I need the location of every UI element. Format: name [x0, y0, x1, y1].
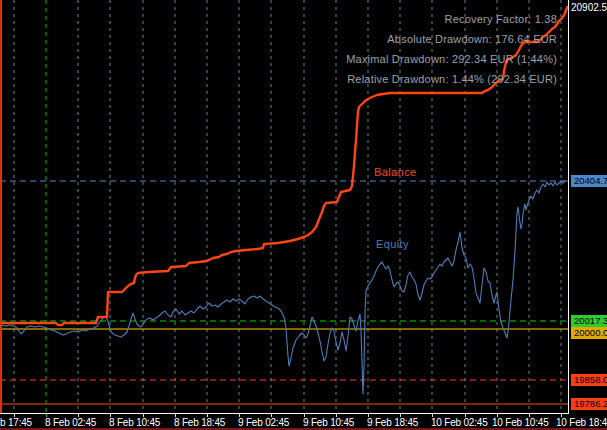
equity-line	[0, 181, 568, 394]
x-axis-label: 9 Feb 10:45	[303, 417, 354, 428]
x-axis-label: 10 Feb 18:4	[556, 417, 607, 428]
recovery-factor-text: Recovery Factor: 1.38	[0, 9, 557, 29]
bottom-axis[interactable]: b 17:458 Feb 02:458 Feb 10:458 Feb 18:45…	[0, 413, 607, 428]
balance-label: Balance	[374, 166, 417, 178]
price-badge-20404.7: 20404.7	[571, 175, 607, 187]
equity-label: Equity	[376, 238, 409, 250]
price-badge-19858.0: 19858.0	[571, 374, 607, 386]
absolute-drawdown-text: Absolute Drawdown: 176.64 EUR	[0, 29, 557, 49]
x-axis-line	[0, 413, 569, 414]
x-axis-label: 10 Feb 10:45	[492, 417, 549, 428]
x-axis-label: 8 Feb 02:45	[45, 417, 96, 428]
price-badge-19786.2: 19786.2	[571, 398, 607, 410]
relative-drawdown-text: Relative Drawdown: 1.44% (292.34 EUR)	[0, 69, 557, 89]
tester-graph-window: EquityBalance Recovery Factor: 1.38 Abso…	[0, 0, 607, 430]
x-axis-label: 10 Feb 02:45	[431, 417, 488, 428]
x-axis-label: b 17:45	[0, 417, 32, 428]
x-axis-label: 8 Feb 18:45	[174, 417, 225, 428]
stats-block: Recovery Factor: 1.38 Absolute Drawdown:…	[0, 9, 557, 89]
price-badge-20017.32: 20017.32	[571, 315, 607, 327]
balance-final-value: 20902.52	[571, 2, 607, 14]
maximal-drawdown-text: Maximal Drawdown: 292.34 EUR (1.44%)	[0, 49, 557, 69]
x-axis-label: 9 Feb 02:45	[238, 417, 289, 428]
price-badge-20000.00: 20000.00	[571, 327, 607, 339]
x-axis-label: 9 Feb 18:45	[367, 417, 418, 428]
x-axis-label: 8 Feb 10:45	[109, 417, 160, 428]
